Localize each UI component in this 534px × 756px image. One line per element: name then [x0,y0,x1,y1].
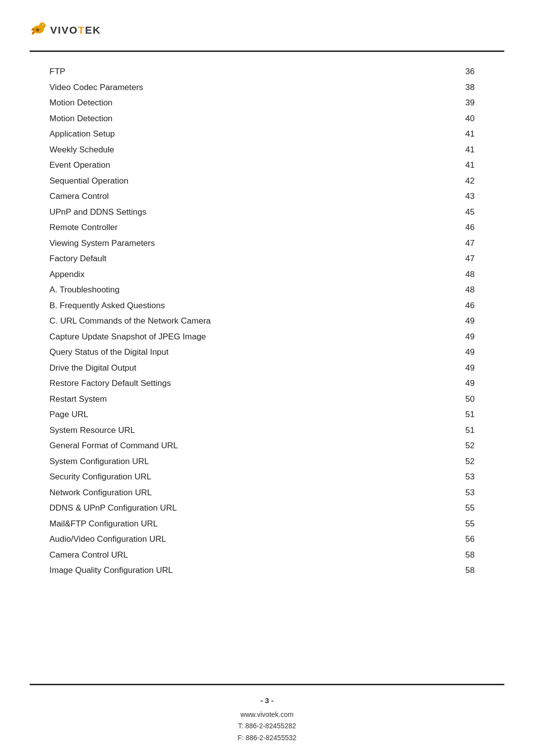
toc-item-title: Camera Control [49,189,419,204]
toc-row: Weekly Schedule41 [49,142,485,158]
toc-item-page: 55 [419,500,485,516]
toc-row: Capture Update Snapshot of JPEG Image49 [49,329,485,345]
footer-website: www.vivotek.com [0,709,534,721]
toc-item-page: 49 [419,313,485,329]
toc-item-title: Network Configuration URL [49,485,419,501]
toc-row: System Configuration URL52 [49,454,485,470]
footer-fax: F: 886-2-82455532 [0,732,534,744]
toc-item-title: Mail&FTP Configuration URL [49,516,419,532]
svg-marker-2 [44,25,47,26]
toc-item-page: 53 [419,485,485,501]
toc-row: Mail&FTP Configuration URL55 [49,516,485,532]
toc-item-page: 49 [419,376,485,391]
toc-row: Page URL51 [49,407,485,423]
toc-row: Motion Detection40 [49,111,485,127]
toc-row: B. Frequently Asked Questions46 [49,298,485,314]
toc-item-page: 46 [419,298,485,314]
toc-item-title: System Resource URL [49,423,419,438]
toc-item-title: Factory Default [49,251,419,267]
toc-item-title: Restart System [49,391,419,407]
toc-item-page: 48 [419,267,485,283]
toc-item-page: 53 [419,469,485,485]
toc-item-title: Camera Control URL [49,547,419,563]
toc-item-page: 41 [419,142,485,158]
toc-item-page: 43 [419,189,485,204]
toc-item-title: Motion Detection [49,111,419,127]
toc-row: Motion Detection39 [49,95,485,111]
toc-item-page: 39 [419,95,485,111]
toc-item-title: DDNS & UPnP Configuration URL [49,500,419,516]
toc-item-title: Motion Detection [49,95,419,111]
vivotek-logo: VIVOTEK [30,16,109,42]
toc-item-page: 55 [419,516,485,532]
svg-point-4 [43,24,44,25]
toc-row: Sequential Operation42 [49,173,485,189]
toc-item-title: C. URL Commands of the Network Camera [49,313,419,329]
toc-item-page: 47 [419,236,485,251]
toc-row: Video Codec Parameters38 [49,80,485,95]
toc-row: Event Operation41 [49,157,485,173]
toc-item-title: Event Operation [49,157,419,173]
toc-row: Security Configuration URL53 [49,469,485,485]
toc-row: Viewing System Parameters47 [49,236,485,251]
toc-item-page: 58 [419,547,485,563]
toc-item-page: 49 [419,360,485,376]
toc-row: Network Configuration URL53 [49,485,485,501]
toc-row: Application Setup41 [49,126,485,142]
toc-item-page: 45 [419,204,485,220]
toc-item-page: 48 [419,282,485,298]
toc-item-page: 50 [419,391,485,407]
toc-item-page: 42 [419,173,485,189]
toc-item-page: 47 [419,251,485,267]
toc-row: General Format of Command URL52 [49,438,485,454]
toc-item-title: Page URL [49,407,419,423]
toc-row: Factory Default47 [49,251,485,267]
toc-item-title: Video Codec Parameters [49,80,419,95]
toc-item-page: 51 [419,423,485,438]
toc-item-page: 36 [419,64,485,80]
toc-row: Appendix48 [49,267,485,283]
toc-item-page: 51 [419,407,485,423]
toc-item-page: 41 [419,157,485,173]
toc-item-title: B. Frequently Asked Questions [49,298,419,314]
toc-item-page: 52 [419,454,485,470]
toc-item-title: Appendix [49,267,419,283]
toc-item-page: 38 [419,80,485,95]
toc-item-title: Audio/Video Configuration URL [49,531,419,547]
toc-item-title: Query Status of the Digital Input [49,344,419,360]
toc-item-title: Image Quality Configuration URL [49,563,419,578]
toc-row: Camera Control43 [49,189,485,204]
toc-item-page: 49 [419,344,485,360]
toc-item-title: Application Setup [49,126,419,142]
toc-row: C. URL Commands of the Network Camera49 [49,313,485,329]
logo-container: VIVOTEK [30,16,504,42]
toc-row: A. Troubleshooting48 [49,282,485,298]
toc-table: FTP36Video Codec Parameters38Motion Dete… [49,64,485,578]
toc-item-title: General Format of Command URL [49,438,419,454]
toc-item-title: System Configuration URL [49,454,419,470]
toc-row: DDNS & UPnP Configuration URL55 [49,500,485,516]
toc-row: Drive the Digital Output49 [49,360,485,376]
toc-item-title: Remote Controller [49,220,419,236]
toc-item-page: 58 [419,563,485,578]
svg-text:VIVOTEK: VIVOTEK [50,24,101,36]
toc-item-title: Security Configuration URL [49,469,419,485]
toc-item-page: 56 [419,531,485,547]
footer-phone: T: 886-2-82455282 [0,720,534,732]
toc-item-page: 52 [419,438,485,454]
toc-item-title: Drive the Digital Output [49,360,419,376]
toc-item-title: Sequential Operation [49,173,419,189]
toc-row: Restore Factory Default Settings49 [49,376,485,391]
toc-item-title: A. Troubleshooting [49,282,419,298]
header: VIVOTEK [0,0,534,42]
toc-row: Remote Controller46 [49,220,485,236]
main-content: FTP36Video Codec Parameters38Motion Dete… [0,52,534,674]
toc-item-title: Capture Update Snapshot of JPEG Image [49,329,419,345]
page: VIVOTEK FTP36Video Codec Parameters38Mot… [0,0,534,756]
toc-item-page: 40 [419,111,485,127]
footer: - 3 - www.vivotek.com T: 886-2-82455282 … [0,685,534,756]
toc-item-page: 49 [419,329,485,345]
toc-row: Camera Control URL58 [49,547,485,563]
toc-item-title: Restore Factory Default Settings [49,376,419,391]
toc-item-title: Viewing System Parameters [49,236,419,251]
